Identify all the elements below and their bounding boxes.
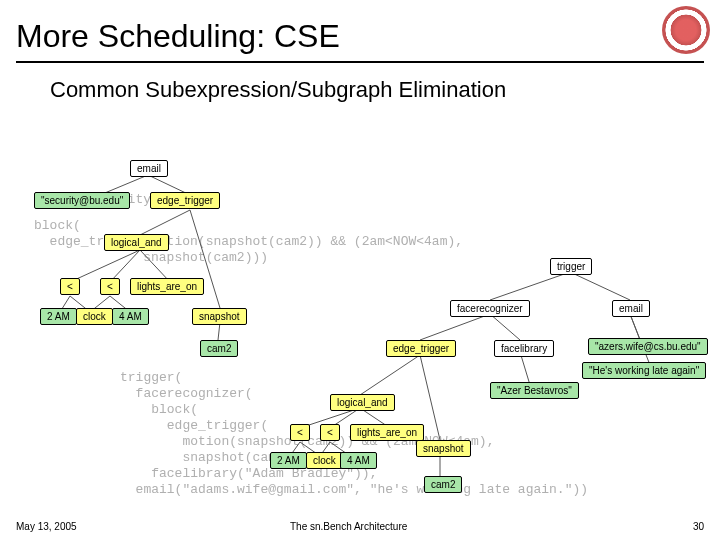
svg-line-16 [630, 314, 640, 340]
node-trigger: trigger [550, 258, 592, 275]
node-4am-a: 4 AM [112, 308, 149, 325]
node-azer: "Azer Bestavros" [490, 382, 579, 399]
svg-line-12 [490, 272, 570, 300]
node-wife-addr: "azers.wife@cs.bu.edu" [588, 338, 708, 355]
code-a-line2: block( [34, 218, 81, 233]
logo-badge [662, 6, 710, 54]
node-security-addr: "security@bu.edu" [34, 192, 130, 209]
node-email-a: email [130, 160, 168, 177]
node-snapshot-a: snapshot [192, 308, 247, 325]
code-a-line3: edge_trigger(motion(snapshot(cam2)) && (… [34, 234, 463, 249]
node-logical-and-b: logical_and [330, 394, 395, 411]
node-lt2-b: < [320, 424, 340, 441]
footer-page: 30 [693, 521, 704, 532]
code-b-line1: trigger( [120, 370, 182, 385]
node-cam2-a: cam2 [200, 340, 238, 357]
code-b-line4: edge_trigger( [120, 418, 268, 433]
footer-title: The sn.Bench Architecture [290, 521, 407, 532]
node-2am-b: 2 AM [270, 452, 307, 469]
code-a-line4: snapshot(cam2))) [34, 250, 268, 265]
node-4am-b: 4 AM [340, 452, 377, 469]
node-edge-trigger-b: edge_trigger [386, 340, 456, 357]
node-lights-b: lights_are_on [350, 424, 424, 441]
node-lt1-b: < [290, 424, 310, 441]
node-lights-a: lights_are_on [130, 278, 204, 295]
slide-subtitle: Common Subexpression/Subgraph Eliminatio… [0, 63, 720, 111]
code-b-line3: block( [120, 402, 198, 417]
code-b-line8: email("adams.wife@gmail.com", "he's work… [120, 482, 588, 497]
footer-date: May 13, 2005 [16, 521, 77, 532]
svg-line-19 [360, 355, 420, 395]
slide-title: More Scheduling: CSE [0, 0, 720, 61]
svg-line-14 [420, 314, 490, 340]
node-lt1-a: < [60, 278, 80, 295]
node-facelibrary: facelibrary [494, 340, 554, 357]
node-clock-b: clock [306, 452, 343, 469]
node-edge-trigger-a: edge_trigger [150, 192, 220, 209]
node-lt2-a: < [100, 278, 120, 295]
node-snapshot-b: snapshot [416, 440, 471, 457]
svg-line-13 [570, 272, 630, 300]
node-clock-a: clock [76, 308, 113, 325]
code-b-line2: facerecognizer( [120, 386, 253, 401]
node-cam2-b: cam2 [424, 476, 462, 493]
svg-line-15 [490, 314, 520, 340]
node-msg: "He's working late again" [582, 362, 706, 379]
node-email-b: email [612, 300, 650, 317]
svg-line-2 [140, 210, 190, 235]
node-facerecognizer: facerecognizer [450, 300, 530, 317]
node-2am-a: 2 AM [40, 308, 77, 325]
node-logical-and-a: logical_and [104, 234, 169, 251]
